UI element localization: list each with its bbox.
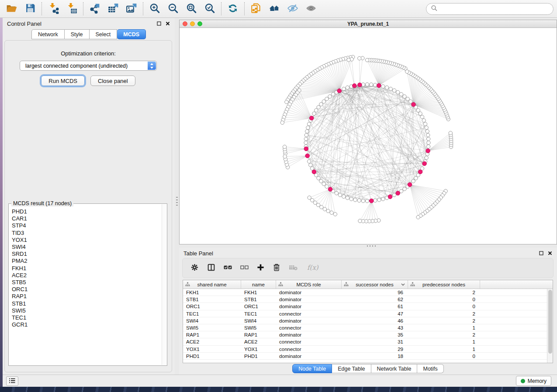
float-panel-icon[interactable] bbox=[156, 21, 162, 27]
cell-successor-nodes: 29 bbox=[342, 346, 408, 352]
table-scrollbar[interactable] bbox=[547, 289, 553, 363]
zoom-selected-button[interactable] bbox=[201, 1, 219, 16]
table-row[interactable]: ACE2ACE2connector311 bbox=[183, 338, 547, 345]
tab-select[interactable]: Select bbox=[90, 29, 118, 39]
cell-predecessor-nodes: 0 bbox=[408, 303, 480, 309]
table-row[interactable]: TEC1TEC1connector472 bbox=[183, 310, 547, 317]
mcds-result-item[interactable]: STB1 bbox=[12, 300, 161, 307]
duplicate-network-button[interactable] bbox=[247, 1, 265, 16]
export-table-button[interactable] bbox=[104, 1, 122, 16]
import-network-button[interactable] bbox=[44, 1, 62, 16]
table-row[interactable]: FKH1FKH1dominator962 bbox=[183, 289, 547, 296]
table-row[interactable]: STB1STB1dominator620 bbox=[183, 296, 547, 303]
save-icon bbox=[25, 3, 36, 15]
network-canvas[interactable] bbox=[180, 28, 557, 244]
export-image-button[interactable] bbox=[122, 1, 141, 16]
close-panel-icon[interactable] bbox=[547, 251, 553, 256]
vertical-splitter[interactable] bbox=[175, 18, 179, 375]
tab-style[interactable]: Style bbox=[65, 29, 90, 39]
search-input[interactable] bbox=[440, 6, 549, 12]
create-column-button[interactable] bbox=[257, 264, 264, 272]
cell-name: FKH1 bbox=[241, 289, 276, 296]
cell-successor-nodes: 46 bbox=[342, 317, 408, 324]
mcds-result-item[interactable]: PMA2 bbox=[12, 258, 161, 265]
mcds-result-item[interactable]: SWI4 bbox=[12, 244, 161, 251]
mcds-result-item[interactable]: PHD1 bbox=[12, 208, 161, 215]
mcds-result-item[interactable]: ORC1 bbox=[12, 286, 161, 293]
mcds-result-item[interactable]: ACE2 bbox=[12, 272, 161, 279]
mcds-result-item[interactable]: GCR1 bbox=[12, 321, 161, 328]
column-header-shared-name[interactable]: shared name bbox=[183, 280, 241, 289]
table-row[interactable]: RAP1RAP1dominator352 bbox=[183, 331, 547, 338]
horizontal-splitter[interactable] bbox=[179, 244, 557, 248]
duplicate-network-icon bbox=[250, 3, 262, 15]
mcds-result-item[interactable]: YOX1 bbox=[12, 237, 161, 244]
cell-mcds-role: dominator bbox=[276, 289, 342, 296]
hide-selected-button[interactable] bbox=[284, 1, 302, 16]
optimization-criterion-select[interactable]: largest connected component (undirected) bbox=[20, 61, 157, 71]
column-header-mcds-role[interactable]: MCDS role bbox=[276, 280, 342, 289]
mcds-result-item[interactable]: SRD1 bbox=[12, 251, 161, 258]
close-panel-icon[interactable] bbox=[165, 21, 170, 27]
mcds-result-box: MCDS result (17 nodes) PHD1CAR1STP4TID3Y… bbox=[8, 203, 167, 366]
zoom-out-button[interactable] bbox=[164, 1, 182, 16]
mcds-result-item[interactable]: CAR1 bbox=[12, 215, 161, 222]
select-all-button[interactable] bbox=[224, 265, 232, 272]
cell-name: ACE2 bbox=[241, 338, 276, 345]
task-history-button[interactable] bbox=[6, 376, 18, 386]
deselect-all-button[interactable] bbox=[240, 265, 249, 272]
tab-network-table[interactable]: Network Table bbox=[371, 364, 418, 373]
network-window-titlebar[interactable]: YPA_prune.txt_1 bbox=[180, 20, 557, 28]
mcds-result-item[interactable]: SWI5 bbox=[12, 307, 161, 314]
tab-node-table[interactable]: Node Table bbox=[292, 364, 332, 373]
show-column-button[interactable] bbox=[207, 263, 215, 273]
cell-name: PHD1 bbox=[241, 353, 276, 359]
delete-column-button[interactable] bbox=[273, 263, 280, 273]
close-panel-button[interactable]: Close panel bbox=[90, 76, 135, 86]
run-mcds-button[interactable]: Run MCDS bbox=[41, 76, 85, 86]
mcds-result-item[interactable]: TID3 bbox=[12, 230, 161, 237]
mcds-result-item[interactable]: TEC1 bbox=[12, 314, 161, 321]
float-panel-icon[interactable] bbox=[538, 251, 544, 256]
column-header-predecessor-nodes[interactable]: predecessor nodes bbox=[408, 280, 480, 289]
open-file-button[interactable] bbox=[3, 1, 21, 16]
tab-edge-table[interactable]: Edge Table bbox=[332, 364, 371, 373]
table-row[interactable]: SWI5SWI5connector431 bbox=[183, 324, 547, 331]
scrollbar-thumb[interactable] bbox=[548, 290, 552, 354]
column-header-successor-nodes[interactable]: successor nodes bbox=[342, 280, 408, 289]
zoom-fit-button[interactable] bbox=[182, 1, 201, 16]
delete-table-icon bbox=[289, 264, 298, 272]
table-row[interactable]: PHD1PHD1dominator180 bbox=[183, 353, 547, 360]
table-body: FKH1FKH1dominator962STB1STB1dominator620… bbox=[183, 289, 547, 363]
mcds-result-item[interactable]: RAP1 bbox=[12, 293, 161, 300]
table-settings-button[interactable] bbox=[190, 263, 199, 273]
tab-mcds[interactable]: MCDS bbox=[117, 29, 146, 39]
mcds-result-item[interactable]: STB5 bbox=[12, 279, 161, 286]
tab-motifs[interactable]: Motifs bbox=[417, 364, 443, 373]
save-session-button[interactable] bbox=[21, 1, 39, 16]
table-row[interactable]: SWI4SWI4dominator462 bbox=[183, 317, 547, 324]
result-scrollbar[interactable] bbox=[162, 204, 166, 365]
control-panel-tab-bar: NetworkStyleSelectMCDS bbox=[3, 29, 175, 39]
mcds-result-item[interactable]: STP4 bbox=[12, 222, 161, 229]
refresh-layout-button[interactable] bbox=[224, 1, 242, 16]
column-header-name[interactable]: name bbox=[241, 280, 276, 289]
import-table-button[interactable] bbox=[62, 1, 81, 16]
mcds-result-item[interactable]: FKH1 bbox=[12, 265, 161, 272]
cell-name: YOX1 bbox=[241, 346, 276, 352]
delete-table-button[interactable] bbox=[289, 264, 298, 272]
memory-button[interactable]: Memory bbox=[516, 376, 551, 386]
export-network-button[interactable] bbox=[86, 1, 104, 16]
tab-network[interactable]: Network bbox=[31, 29, 65, 39]
splitter-grip-icon bbox=[176, 197, 178, 206]
zoom-in-button[interactable] bbox=[145, 1, 164, 16]
table-row[interactable]: YOX1YOX1connector291 bbox=[183, 346, 547, 353]
splitter-grip-icon bbox=[367, 245, 377, 247]
first-neighbors-button[interactable] bbox=[265, 1, 284, 16]
cell-predecessor-nodes: 0 bbox=[408, 353, 480, 359]
table-row[interactable]: ORC1ORC1dominator610 bbox=[183, 303, 547, 310]
cell-successor-nodes: 43 bbox=[342, 324, 408, 331]
cell-predecessor-nodes: 1 bbox=[408, 346, 480, 352]
function-builder-button[interactable]: f(x) bbox=[306, 263, 319, 273]
show-all-button[interactable] bbox=[302, 1, 320, 16]
